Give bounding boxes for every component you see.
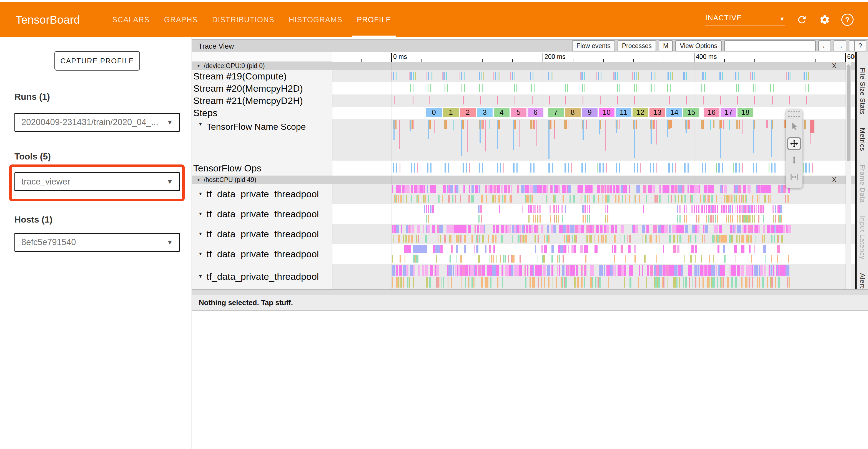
toolbar-button-flow-events[interactable]: Flow events xyxy=(572,40,615,51)
side-tab-file-size-stats[interactable]: File Size Stats xyxy=(859,68,866,115)
row-track-tf-data-private-threadpool-1-0[interactable] xyxy=(332,184,856,204)
step-box-11[interactable]: 11 xyxy=(616,108,631,117)
nav-prev-button[interactable]: ← xyxy=(818,40,831,51)
trace-event-bar xyxy=(751,205,753,213)
collapse-triangle-icon[interactable]: ▼ xyxy=(198,251,203,257)
row-track-tf-data-private-threadpool-1-2[interactable] xyxy=(332,224,856,244)
header-tab-scalars[interactable]: SCALARS xyxy=(105,2,157,37)
row-track-stream-21-memcpyd2h-0-2[interactable] xyxy=(332,94,856,107)
status-dropdown[interactable]: INACTIVE ▼ xyxy=(705,13,785,26)
row-track-tf-data-private-threadpool-1-3[interactable] xyxy=(332,244,856,264)
toolbar-button-m[interactable]: M xyxy=(659,40,673,51)
section-close-button[interactable]: X xyxy=(830,176,839,184)
trace-event-bar xyxy=(548,72,549,80)
header-tab-profile[interactable]: PROFILE xyxy=(349,2,399,37)
tools-select[interactable]: trace_viewer ▼ xyxy=(14,172,180,191)
row-track-stream-20-memcpyh2d-0-1[interactable] xyxy=(332,82,856,94)
toolbar-button-processes[interactable]: Processes xyxy=(618,40,656,51)
pan-tool-button[interactable] xyxy=(786,135,803,152)
step-box-15[interactable]: 15 xyxy=(683,108,699,117)
toolbar-button-view-options[interactable]: View Options xyxy=(675,40,722,51)
help-button[interactable]: ? xyxy=(841,13,854,26)
section-header-host-cpu-pid-49[interactable]: ▼/host:CPU (pid 49)X xyxy=(192,176,856,184)
step-box-14[interactable]: 14 xyxy=(666,108,682,117)
trace-event-bar xyxy=(410,225,411,233)
nav-next-button[interactable]: → xyxy=(834,40,846,51)
trace-event-bar xyxy=(577,277,579,288)
step-box-18[interactable]: 18 xyxy=(738,108,753,117)
vertical-scrollbar-thumb[interactable] xyxy=(847,64,850,161)
step-box-7[interactable]: 7 xyxy=(548,108,564,117)
row-track-steps-0-3[interactable]: 0123456789101112131415161718 xyxy=(332,107,856,119)
row-track-tf-data-private-threadpool-1-4[interactable] xyxy=(332,264,856,289)
collapse-triangle-icon[interactable]: ▼ xyxy=(196,64,200,68)
detail-panel-splitter[interactable] xyxy=(192,289,868,295)
step-box-10[interactable]: 10 xyxy=(599,108,615,117)
collapse-triangle-icon[interactable]: ▼ xyxy=(198,191,203,197)
trace-event-bar xyxy=(651,72,652,80)
trace-event-bar xyxy=(533,265,534,276)
side-tab-input-latency[interactable]: Input Latency xyxy=(859,216,866,260)
side-tab-metrics[interactable]: Metrics xyxy=(859,128,866,151)
header-tab-graphs[interactable]: GRAPHS xyxy=(157,2,205,37)
trace-event-bar xyxy=(643,185,646,193)
header-tabs: SCALARSGRAPHSDISTRIBUTIONSHISTOGRAMSPROF… xyxy=(105,2,399,37)
refresh-button[interactable] xyxy=(796,13,808,26)
collapse-triangle-icon[interactable]: ▼ xyxy=(196,178,200,182)
side-tab-frame-data[interactable]: Frame Data xyxy=(859,165,866,203)
trace-event-bar xyxy=(723,120,724,129)
trace-event-bar xyxy=(559,265,561,276)
step-box-1[interactable]: 1 xyxy=(443,108,459,117)
capture-profile-button[interactable]: CAPTURE PROFILE xyxy=(55,51,140,70)
row-track-tensorflow-name-scope-0-4[interactable] xyxy=(332,119,856,160)
timeline-ruler[interactable]: 0 ms200 ms400 ms600 xyxy=(332,52,856,62)
step-box-5[interactable]: 5 xyxy=(510,108,526,117)
trace-event-bar xyxy=(444,72,445,80)
row-track-stream-19-compute-0-0[interactable] xyxy=(332,70,856,82)
zoom-vertical-tool-button[interactable] xyxy=(786,152,803,169)
trace-event-bar xyxy=(403,277,404,288)
section-close-button[interactable]: X xyxy=(830,62,839,70)
select-tool-button[interactable] xyxy=(786,118,803,135)
collapse-triangle-icon[interactable]: ▼ xyxy=(198,274,203,279)
trace-event-bar xyxy=(460,265,462,276)
step-box-6[interactable]: 6 xyxy=(528,108,544,117)
step-box-8[interactable]: 8 xyxy=(565,108,581,117)
step-box-12[interactable]: 12 xyxy=(632,108,648,117)
collapse-triangle-icon[interactable]: ▼ xyxy=(198,211,203,216)
row-track-tensorflow-ops-0-5[interactable] xyxy=(332,160,856,176)
step-box-17[interactable]: 17 xyxy=(720,108,736,117)
trace-event-bar xyxy=(751,255,752,263)
section-header-device-gpu-0-pid-0[interactable]: ▼/device:GPU:0 (pid 0)X xyxy=(192,62,856,70)
step-box-3[interactable]: 3 xyxy=(477,108,493,117)
step-box-2[interactable]: 2 xyxy=(460,108,476,117)
trace-event-bar xyxy=(695,185,699,193)
hosts-select[interactable]: 8efc5e791540 ▼ xyxy=(14,233,180,252)
trace-search-input[interactable] xyxy=(724,40,816,51)
trace-event-bar xyxy=(499,72,500,80)
trace-event-bar xyxy=(706,215,707,222)
collapse-triangle-icon[interactable]: ▼ xyxy=(198,122,203,127)
step-box-4[interactable]: 4 xyxy=(494,108,509,117)
step-box-9[interactable]: 9 xyxy=(582,108,597,117)
header-tab-histograms[interactable]: HISTOGRAMS xyxy=(282,2,349,37)
trace-event-bar xyxy=(684,163,686,173)
step-box-13[interactable]: 13 xyxy=(649,108,665,117)
trace-event-bar xyxy=(551,72,552,80)
settings-button[interactable] xyxy=(818,13,831,26)
trace-event-bar xyxy=(747,185,750,193)
trace-help-button[interactable]: ? xyxy=(854,40,866,51)
step-box-0[interactable]: 0 xyxy=(426,108,442,117)
trace-event-bar xyxy=(684,205,685,213)
timing-tool-button[interactable] xyxy=(786,169,803,186)
row-track-tf-data-private-threadpool-1-1[interactable] xyxy=(332,204,856,224)
header-tab-distributions[interactable]: DISTRIBUTIONS xyxy=(205,2,282,37)
palette-drag-handle[interactable] xyxy=(788,112,800,117)
collapse-triangle-icon[interactable]: ▼ xyxy=(198,232,203,236)
runs-select[interactable]: 20200409-231431/train/2020_04_... ▼ xyxy=(14,113,180,132)
step-box-16[interactable]: 16 xyxy=(704,108,719,117)
trace-event-bar xyxy=(542,255,543,263)
trace-event-bar xyxy=(642,225,646,233)
trace-event-bar xyxy=(578,185,580,193)
trace-event-bar xyxy=(543,255,545,263)
